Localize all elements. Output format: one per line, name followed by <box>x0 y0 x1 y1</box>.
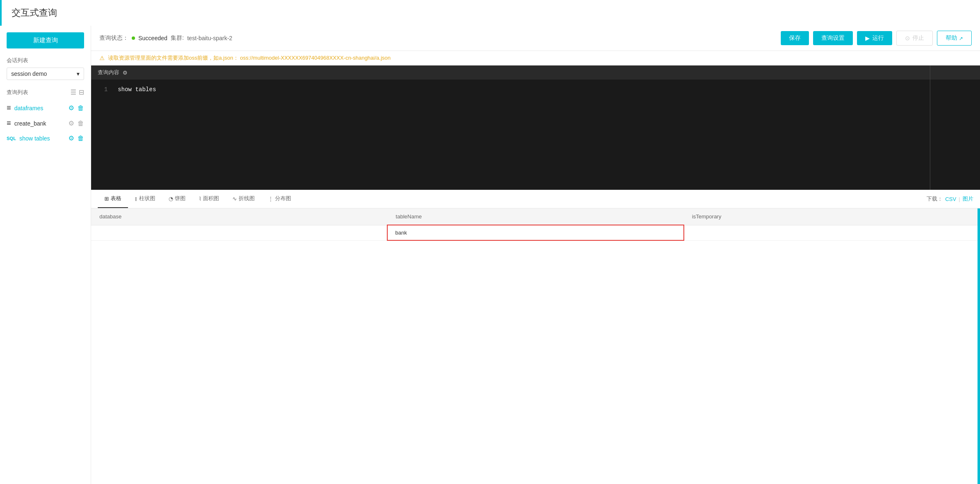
cell-isTemporary <box>684 225 980 240</box>
play-icon <box>865 35 870 41</box>
pie-icon: ◔ <box>169 196 173 202</box>
tab-scatter[interactable]: ⋮ 分布图 <box>261 190 298 208</box>
download-separator: | <box>959 196 960 202</box>
help-label: 帮助 <box>946 34 957 42</box>
sidebar: 新建查询 会话列表 session demo ▾ 查询列表 ☰ ⊟ datafr… <box>0 26 91 484</box>
query-item-show-tables[interactable]: SQL show tables ⚙ 🗑 <box>0 131 91 145</box>
query-item-left: SQL show tables <box>7 135 50 142</box>
run-button[interactable]: 运行 <box>857 31 892 45</box>
cluster-label: 集群: <box>171 34 184 42</box>
cell-tableName: bank <box>387 225 683 240</box>
line-number: 1 <box>98 86 108 93</box>
cluster-name: test-baitu-spark-2 <box>187 35 232 41</box>
download-area: 下载： CSV | 图片 <box>927 195 973 203</box>
editor-area[interactable]: 查询内容 1 show tables <box>91 65 980 190</box>
code-text: show tables <box>118 86 156 93</box>
editor-header: 查询内容 <box>91 65 980 80</box>
chevron-down-icon: ▾ <box>77 70 80 77</box>
settings-icon[interactable]: ⚙ <box>68 134 74 142</box>
stack-icon <box>7 119 11 128</box>
title-text: 交互式查询 <box>12 7 57 18</box>
vertical-divider <box>930 65 930 190</box>
col-header-isTemporary: isTemporary <box>684 208 980 225</box>
settings-icon[interactable]: ⚙ <box>68 104 74 112</box>
stack-icon <box>7 104 11 112</box>
download-label: 下载： <box>927 195 943 203</box>
status-label: 查询状态： <box>99 34 128 42</box>
results-table: database tableName isTemporary bank <box>91 208 980 241</box>
session-selector[interactable]: session demo ▾ <box>7 68 84 80</box>
query-item-create-bank[interactable]: create_bank ⚙ 🗑 <box>0 116 91 131</box>
cell-database <box>91 225 387 240</box>
tab-bar[interactable]: ⫿ 柱状图 <box>128 190 162 208</box>
status-dot <box>132 36 135 40</box>
bar-icon: ⫿ <box>135 196 138 202</box>
results-tabs: ⊞ 表格 ⫿ 柱状图 ◔ 饼图 ⌇ 面积图 <box>91 190 980 208</box>
table-row: bank <box>91 225 980 240</box>
tab-area[interactable]: ⌇ 面积图 <box>192 190 226 208</box>
query-item-actions: ⚙ 🗑 <box>68 134 84 142</box>
query-item-name: dataframes <box>14 105 43 111</box>
editor-settings-icon[interactable] <box>123 70 128 76</box>
delete-icon[interactable]: 🗑 <box>77 120 84 127</box>
delete-icon[interactable]: 🗑 <box>77 135 84 142</box>
warning-bar: ⚠ 读取资源管理里面的文件需要添加oss前缀，如a.json： oss://mu… <box>91 51 980 65</box>
settings-icon[interactable]: ⚙ <box>68 119 74 127</box>
list-view-icon[interactable]: ☰ <box>70 88 76 96</box>
run-label: 运行 <box>872 34 884 42</box>
line-icon: ∿ <box>232 196 237 202</box>
page-title: 交互式查询 <box>0 0 980 26</box>
tab-line[interactable]: ∿ 折线图 <box>226 190 261 208</box>
stop-button[interactable]: 停止 <box>896 31 933 46</box>
save-button[interactable]: 保存 <box>781 31 809 45</box>
status-area: 查询状态： Succeeded 集群: test-baitu-spark-2 <box>99 34 774 42</box>
session-list-label: 会话列表 <box>0 57 91 68</box>
right-accent <box>978 208 980 484</box>
area-icon: ⌇ <box>199 196 201 202</box>
stop-label: 停止 <box>912 34 924 42</box>
query-item-left: dataframes <box>7 104 43 112</box>
editor-body[interactable]: 1 show tables <box>91 80 980 99</box>
top-bar-actions: 保存 查询设置 运行 停止 帮助 <box>781 31 972 46</box>
grid-view-icon[interactable]: ⊟ <box>79 88 84 96</box>
warning-icon: ⚠ <box>99 55 105 61</box>
results-area: ⊞ 表格 ⫿ 柱状图 ◔ 饼图 ⌇ 面积图 <box>91 190 980 484</box>
external-link-icon <box>959 35 963 41</box>
tab-pie[interactable]: ◔ 饼图 <box>162 190 192 208</box>
query-item-actions: ⚙ 🗑 <box>68 104 84 112</box>
top-bar: 查询状态： Succeeded 集群: test-baitu-spark-2 保… <box>91 26 980 51</box>
query-list-icons: ☰ ⊟ <box>70 88 84 96</box>
sql-prefix: SQL <box>7 136 16 141</box>
table-container: database tableName isTemporary bank <box>91 208 980 484</box>
stop-icon <box>905 35 910 41</box>
status-text: Succeeded <box>138 35 167 41</box>
main-content: 查询状态： Succeeded 集群: test-baitu-spark-2 保… <box>91 26 980 484</box>
tab-table[interactable]: ⊞ 表格 <box>98 190 128 208</box>
query-list-label: 查询列表 <box>7 89 28 96</box>
editor-header-label: 查询内容 <box>98 69 119 76</box>
help-button[interactable]: 帮助 <box>937 31 972 46</box>
table-icon: ⊞ <box>104 196 109 202</box>
query-item-actions: ⚙ 🗑 <box>68 119 84 127</box>
query-item-name: create_bank <box>14 120 46 127</box>
new-query-button[interactable]: 新建查询 <box>7 32 84 48</box>
col-header-database: database <box>91 208 387 225</box>
session-name: session demo <box>11 70 47 77</box>
query-item-dataframes[interactable]: dataframes ⚙ 🗑 <box>0 100 91 116</box>
query-settings-button[interactable]: 查询设置 <box>813 31 853 45</box>
scatter-icon: ⋮ <box>268 196 273 202</box>
download-img-link[interactable]: 图片 <box>963 195 973 203</box>
warning-text: 读取资源管理里面的文件需要添加oss前缀，如a.json： oss://mult… <box>108 54 391 62</box>
query-item-left: create_bank <box>7 119 46 128</box>
tabs-left: ⊞ 表格 ⫿ 柱状图 ◔ 饼图 ⌇ 面积图 <box>98 190 298 208</box>
table-header-row: database tableName isTemporary <box>91 208 980 225</box>
query-item-name: show tables <box>19 135 50 142</box>
download-csv-link[interactable]: CSV <box>945 196 956 202</box>
col-header-tableName: tableName <box>387 208 683 225</box>
query-list-header: 查询列表 ☰ ⊟ <box>0 88 91 100</box>
delete-icon[interactable]: 🗑 <box>77 104 84 112</box>
